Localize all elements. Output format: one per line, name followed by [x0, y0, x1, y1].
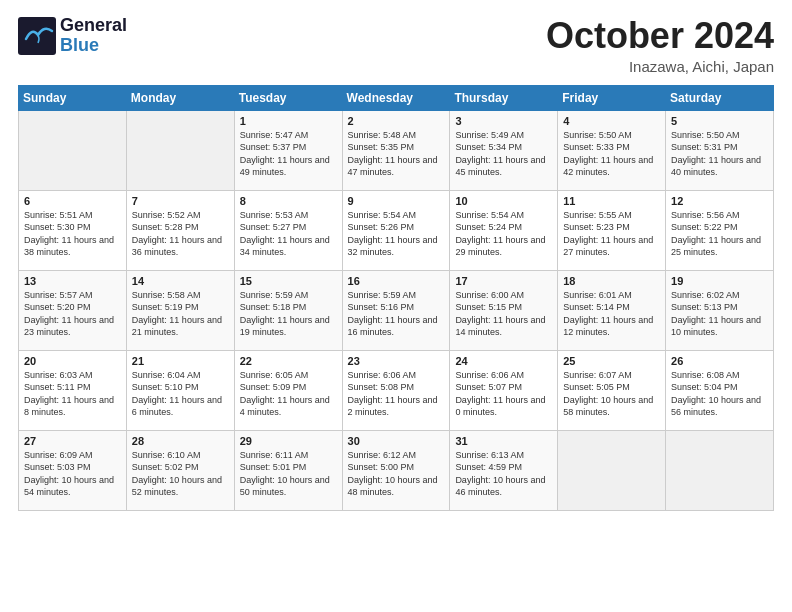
day-info: Sunrise: 6:02 AMSunset: 5:13 PMDaylight:…	[671, 289, 768, 339]
day-number: 25	[563, 355, 660, 367]
calendar-cell	[19, 110, 127, 190]
calendar-cell: 8Sunrise: 5:53 AMSunset: 5:27 PMDaylight…	[234, 190, 342, 270]
day-info: Sunrise: 5:51 AMSunset: 5:30 PMDaylight:…	[24, 209, 121, 259]
calendar-cell: 1Sunrise: 5:47 AMSunset: 5:37 PMDaylight…	[234, 110, 342, 190]
day-number: 27	[24, 435, 121, 447]
calendar-header-row: SundayMondayTuesdayWednesdayThursdayFrid…	[19, 85, 774, 110]
day-info: Sunrise: 5:50 AMSunset: 5:31 PMDaylight:…	[671, 129, 768, 179]
calendar-cell: 3Sunrise: 5:49 AMSunset: 5:34 PMDaylight…	[450, 110, 558, 190]
calendar-cell: 14Sunrise: 5:58 AMSunset: 5:19 PMDayligh…	[126, 270, 234, 350]
day-number: 24	[455, 355, 552, 367]
day-info: Sunrise: 5:50 AMSunset: 5:33 PMDaylight:…	[563, 129, 660, 179]
day-number: 3	[455, 115, 552, 127]
day-number: 7	[132, 195, 229, 207]
calendar-cell	[666, 430, 774, 510]
calendar-week-3: 13Sunrise: 5:57 AMSunset: 5:20 PMDayligh…	[19, 270, 774, 350]
calendar-cell: 24Sunrise: 6:06 AMSunset: 5:07 PMDayligh…	[450, 350, 558, 430]
day-number: 16	[348, 275, 445, 287]
day-number: 4	[563, 115, 660, 127]
calendar-cell: 17Sunrise: 6:00 AMSunset: 5:15 PMDayligh…	[450, 270, 558, 350]
calendar-cell: 10Sunrise: 5:54 AMSunset: 5:24 PMDayligh…	[450, 190, 558, 270]
calendar-cell: 30Sunrise: 6:12 AMSunset: 5:00 PMDayligh…	[342, 430, 450, 510]
calendar-cell: 19Sunrise: 6:02 AMSunset: 5:13 PMDayligh…	[666, 270, 774, 350]
calendar-cell: 23Sunrise: 6:06 AMSunset: 5:08 PMDayligh…	[342, 350, 450, 430]
day-info: Sunrise: 6:11 AMSunset: 5:01 PMDaylight:…	[240, 449, 337, 499]
day-info: Sunrise: 6:00 AMSunset: 5:15 PMDaylight:…	[455, 289, 552, 339]
header-thursday: Thursday	[450, 85, 558, 110]
calendar-cell: 5Sunrise: 5:50 AMSunset: 5:31 PMDaylight…	[666, 110, 774, 190]
calendar-cell	[558, 430, 666, 510]
day-number: 9	[348, 195, 445, 207]
header-saturday: Saturday	[666, 85, 774, 110]
day-number: 23	[348, 355, 445, 367]
location: Inazawa, Aichi, Japan	[546, 58, 774, 75]
logo-text-general: General	[60, 16, 127, 36]
day-number: 18	[563, 275, 660, 287]
day-number: 8	[240, 195, 337, 207]
day-number: 11	[563, 195, 660, 207]
day-info: Sunrise: 5:55 AMSunset: 5:23 PMDaylight:…	[563, 209, 660, 259]
day-info: Sunrise: 5:59 AMSunset: 5:18 PMDaylight:…	[240, 289, 337, 339]
header-sunday: Sunday	[19, 85, 127, 110]
calendar-cell: 11Sunrise: 5:55 AMSunset: 5:23 PMDayligh…	[558, 190, 666, 270]
day-info: Sunrise: 6:10 AMSunset: 5:02 PMDaylight:…	[132, 449, 229, 499]
calendar-cell: 4Sunrise: 5:50 AMSunset: 5:33 PMDaylight…	[558, 110, 666, 190]
calendar-table: SundayMondayTuesdayWednesdayThursdayFrid…	[18, 85, 774, 511]
day-info: Sunrise: 5:54 AMSunset: 5:24 PMDaylight:…	[455, 209, 552, 259]
header-tuesday: Tuesday	[234, 85, 342, 110]
day-info: Sunrise: 5:59 AMSunset: 5:16 PMDaylight:…	[348, 289, 445, 339]
header-wednesday: Wednesday	[342, 85, 450, 110]
day-number: 20	[24, 355, 121, 367]
day-info: Sunrise: 6:13 AMSunset: 4:59 PMDaylight:…	[455, 449, 552, 499]
day-info: Sunrise: 6:08 AMSunset: 5:04 PMDaylight:…	[671, 369, 768, 419]
day-number: 2	[348, 115, 445, 127]
day-info: Sunrise: 6:05 AMSunset: 5:09 PMDaylight:…	[240, 369, 337, 419]
calendar-cell: 6Sunrise: 5:51 AMSunset: 5:30 PMDaylight…	[19, 190, 127, 270]
day-number: 5	[671, 115, 768, 127]
header: General Blue October 2024 Inazawa, Aichi…	[18, 16, 774, 75]
calendar-cell: 18Sunrise: 6:01 AMSunset: 5:14 PMDayligh…	[558, 270, 666, 350]
calendar-cell: 25Sunrise: 6:07 AMSunset: 5:05 PMDayligh…	[558, 350, 666, 430]
calendar-cell: 2Sunrise: 5:48 AMSunset: 5:35 PMDaylight…	[342, 110, 450, 190]
day-info: Sunrise: 5:49 AMSunset: 5:34 PMDaylight:…	[455, 129, 552, 179]
calendar-cell: 21Sunrise: 6:04 AMSunset: 5:10 PMDayligh…	[126, 350, 234, 430]
calendar-week-2: 6Sunrise: 5:51 AMSunset: 5:30 PMDaylight…	[19, 190, 774, 270]
day-info: Sunrise: 6:09 AMSunset: 5:03 PMDaylight:…	[24, 449, 121, 499]
day-number: 26	[671, 355, 768, 367]
day-info: Sunrise: 5:56 AMSunset: 5:22 PMDaylight:…	[671, 209, 768, 259]
calendar-cell: 26Sunrise: 6:08 AMSunset: 5:04 PMDayligh…	[666, 350, 774, 430]
day-info: Sunrise: 6:07 AMSunset: 5:05 PMDaylight:…	[563, 369, 660, 419]
day-number: 1	[240, 115, 337, 127]
day-info: Sunrise: 6:06 AMSunset: 5:08 PMDaylight:…	[348, 369, 445, 419]
day-number: 21	[132, 355, 229, 367]
calendar-cell: 13Sunrise: 5:57 AMSunset: 5:20 PMDayligh…	[19, 270, 127, 350]
day-number: 13	[24, 275, 121, 287]
logo: General Blue	[18, 16, 127, 56]
logo-text-blue: Blue	[60, 36, 127, 56]
day-number: 29	[240, 435, 337, 447]
calendar-week-5: 27Sunrise: 6:09 AMSunset: 5:03 PMDayligh…	[19, 430, 774, 510]
day-info: Sunrise: 6:04 AMSunset: 5:10 PMDaylight:…	[132, 369, 229, 419]
day-info: Sunrise: 5:53 AMSunset: 5:27 PMDaylight:…	[240, 209, 337, 259]
day-info: Sunrise: 5:48 AMSunset: 5:35 PMDaylight:…	[348, 129, 445, 179]
calendar-cell: 28Sunrise: 6:10 AMSunset: 5:02 PMDayligh…	[126, 430, 234, 510]
day-info: Sunrise: 6:06 AMSunset: 5:07 PMDaylight:…	[455, 369, 552, 419]
calendar-cell: 12Sunrise: 5:56 AMSunset: 5:22 PMDayligh…	[666, 190, 774, 270]
calendar-cell: 7Sunrise: 5:52 AMSunset: 5:28 PMDaylight…	[126, 190, 234, 270]
day-info: Sunrise: 6:12 AMSunset: 5:00 PMDaylight:…	[348, 449, 445, 499]
svg-rect-0	[18, 17, 56, 55]
calendar-cell: 29Sunrise: 6:11 AMSunset: 5:01 PMDayligh…	[234, 430, 342, 510]
header-monday: Monday	[126, 85, 234, 110]
month-title: October 2024	[546, 16, 774, 56]
calendar-cell: 15Sunrise: 5:59 AMSunset: 5:18 PMDayligh…	[234, 270, 342, 350]
calendar-cell: 22Sunrise: 6:05 AMSunset: 5:09 PMDayligh…	[234, 350, 342, 430]
day-number: 31	[455, 435, 552, 447]
calendar-cell: 27Sunrise: 6:09 AMSunset: 5:03 PMDayligh…	[19, 430, 127, 510]
day-number: 10	[455, 195, 552, 207]
header-friday: Friday	[558, 85, 666, 110]
calendar-week-4: 20Sunrise: 6:03 AMSunset: 5:11 PMDayligh…	[19, 350, 774, 430]
day-info: Sunrise: 5:47 AMSunset: 5:37 PMDaylight:…	[240, 129, 337, 179]
page-container: General Blue October 2024 Inazawa, Aichi…	[0, 0, 792, 521]
calendar-cell: 31Sunrise: 6:13 AMSunset: 4:59 PMDayligh…	[450, 430, 558, 510]
day-number: 6	[24, 195, 121, 207]
